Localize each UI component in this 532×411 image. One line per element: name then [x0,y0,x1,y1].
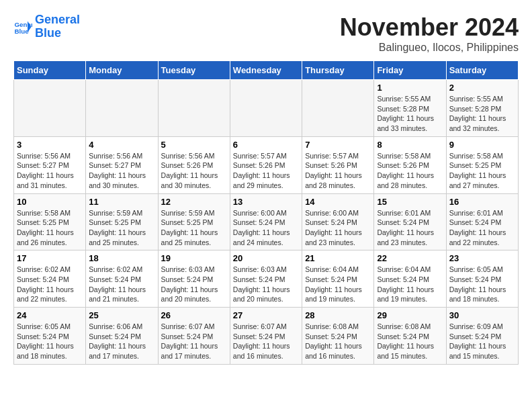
day-info: Sunrise: 6:09 AM Sunset: 5:24 PM Dayligh… [449,322,515,361]
day-number: 3 [17,140,83,150]
calendar-cell: 5Sunrise: 5:56 AM Sunset: 5:26 PM Daylig… [158,136,230,193]
day-number: 15 [377,197,443,207]
day-number: 4 [89,140,154,150]
day-number: 21 [305,253,371,263]
day-info: Sunrise: 6:05 AM Sunset: 5:24 PM Dayligh… [17,322,83,361]
calendar-cell: 3Sunrise: 5:56 AM Sunset: 5:27 PM Daylig… [14,136,86,193]
page-header: General Blue GeneralBlue November 2024 B… [13,13,519,54]
day-number: 7 [305,140,371,150]
day-number: 2 [449,83,515,93]
day-info: Sunrise: 6:06 AM Sunset: 5:24 PM Dayligh… [89,322,154,361]
day-number: 27 [233,310,299,320]
calendar-cell: 16Sunrise: 6:01 AM Sunset: 5:24 PM Dayli… [446,193,518,250]
calendar-cell: 6Sunrise: 5:57 AM Sunset: 5:26 PM Daylig… [230,136,302,193]
calendar-cell: 28Sunrise: 6:08 AM Sunset: 5:24 PM Dayli… [302,308,374,365]
day-number: 14 [305,197,371,207]
day-info: Sunrise: 5:56 AM Sunset: 5:27 PM Dayligh… [17,151,83,191]
calendar-cell: 25Sunrise: 6:06 AM Sunset: 5:24 PM Dayli… [86,308,158,365]
day-number: 22 [377,253,443,263]
weekday-header: Thursday [302,61,374,80]
day-number: 24 [17,310,83,320]
logo-icon: General Blue [13,17,32,36]
calendar-cell: 13Sunrise: 6:00 AM Sunset: 5:24 PM Dayli… [230,193,302,250]
weekday-header: Wednesday [230,61,302,80]
day-info: Sunrise: 6:01 AM Sunset: 5:24 PM Dayligh… [377,208,443,248]
day-info: Sunrise: 6:08 AM Sunset: 5:24 PM Dayligh… [305,322,371,361]
calendar-cell: 23Sunrise: 6:05 AM Sunset: 5:24 PM Dayli… [446,250,518,308]
day-info: Sunrise: 5:58 AM Sunset: 5:26 PM Dayligh… [377,151,443,191]
day-info: Sunrise: 6:04 AM Sunset: 5:24 PM Dayligh… [305,265,371,304]
day-number: 25 [89,310,154,320]
day-number: 19 [161,253,227,263]
day-info: Sunrise: 5:56 AM Sunset: 5:27 PM Dayligh… [89,151,154,191]
day-info: Sunrise: 5:55 AM Sunset: 5:28 PM Dayligh… [449,94,515,134]
weekday-header: Monday [86,61,158,80]
day-number: 11 [89,197,154,207]
calendar-cell: 19Sunrise: 6:03 AM Sunset: 5:24 PM Dayli… [158,250,230,308]
weekday-header: Sunday [14,61,86,80]
svg-text:Blue: Blue [14,28,29,35]
weekday-header-row: SundayMondayTuesdayWednesdayThursdayFrid… [14,61,519,80]
day-number: 16 [449,197,515,207]
calendar-cell: 11Sunrise: 5:59 AM Sunset: 5:25 PM Dayli… [86,193,158,250]
day-number: 29 [377,310,443,320]
calendar-week-row: 3Sunrise: 5:56 AM Sunset: 5:27 PM Daylig… [14,136,519,193]
calendar-cell: 22Sunrise: 6:04 AM Sunset: 5:24 PM Dayli… [374,250,446,308]
calendar-cell: 2Sunrise: 5:55 AM Sunset: 5:28 PM Daylig… [446,80,518,137]
calendar-cell [14,80,86,137]
calendar-cell [302,80,374,137]
day-info: Sunrise: 5:56 AM Sunset: 5:26 PM Dayligh… [161,151,227,191]
calendar-table: SundayMondayTuesdayWednesdayThursdayFrid… [13,60,519,365]
day-number: 18 [89,253,154,263]
calendar-cell: 4Sunrise: 5:56 AM Sunset: 5:27 PM Daylig… [86,136,158,193]
weekday-header: Saturday [446,61,518,80]
day-number: 12 [161,197,227,207]
day-info: Sunrise: 6:00 AM Sunset: 5:24 PM Dayligh… [233,208,299,248]
month-title: November 2024 [340,13,519,42]
day-info: Sunrise: 6:05 AM Sunset: 5:24 PM Dayligh… [449,265,515,304]
calendar-week-row: 1Sunrise: 5:55 AM Sunset: 5:28 PM Daylig… [14,80,519,137]
calendar-cell: 20Sunrise: 6:03 AM Sunset: 5:24 PM Dayli… [230,250,302,308]
calendar-cell: 24Sunrise: 6:05 AM Sunset: 5:24 PM Dayli… [14,308,86,365]
day-info: Sunrise: 5:58 AM Sunset: 5:25 PM Dayligh… [17,208,83,248]
logo: General Blue GeneralBlue [13,13,80,40]
calendar-cell: 15Sunrise: 6:01 AM Sunset: 5:24 PM Dayli… [374,193,446,250]
day-number: 20 [233,253,299,263]
location-title: Balingueo, Ilocos, Philippines [340,42,519,54]
calendar-cell: 26Sunrise: 6:07 AM Sunset: 5:24 PM Dayli… [158,308,230,365]
calendar-cell: 18Sunrise: 6:02 AM Sunset: 5:24 PM Dayli… [86,250,158,308]
weekday-header: Friday [374,61,446,80]
day-info: Sunrise: 6:03 AM Sunset: 5:24 PM Dayligh… [161,265,227,304]
day-info: Sunrise: 6:02 AM Sunset: 5:24 PM Dayligh… [17,265,83,304]
title-area: November 2024 Balingueo, Ilocos, Philipp… [340,13,519,54]
day-number: 9 [449,140,515,150]
day-info: Sunrise: 6:01 AM Sunset: 5:24 PM Dayligh… [449,208,515,248]
calendar-cell: 27Sunrise: 6:07 AM Sunset: 5:24 PM Dayli… [230,308,302,365]
calendar-cell: 17Sunrise: 6:02 AM Sunset: 5:24 PM Dayli… [14,250,86,308]
calendar-cell: 21Sunrise: 6:04 AM Sunset: 5:24 PM Dayli… [302,250,374,308]
calendar-cell: 14Sunrise: 6:00 AM Sunset: 5:24 PM Dayli… [302,193,374,250]
day-info: Sunrise: 5:55 AM Sunset: 5:28 PM Dayligh… [377,94,443,134]
day-number: 13 [233,197,299,207]
calendar-cell: 9Sunrise: 5:58 AM Sunset: 5:25 PM Daylig… [446,136,518,193]
day-info: Sunrise: 6:08 AM Sunset: 5:24 PM Dayligh… [377,322,443,361]
calendar-week-row: 17Sunrise: 6:02 AM Sunset: 5:24 PM Dayli… [14,250,519,308]
calendar-cell: 10Sunrise: 5:58 AM Sunset: 5:25 PM Dayli… [14,193,86,250]
calendar-cell: 8Sunrise: 5:58 AM Sunset: 5:26 PM Daylig… [374,136,446,193]
day-info: Sunrise: 5:59 AM Sunset: 5:25 PM Dayligh… [161,208,227,248]
day-number: 30 [449,310,515,320]
calendar-cell: 12Sunrise: 5:59 AM Sunset: 5:25 PM Dayli… [158,193,230,250]
day-info: Sunrise: 5:58 AM Sunset: 5:25 PM Dayligh… [449,151,515,191]
calendar-cell [158,80,230,137]
day-number: 8 [377,140,443,150]
calendar-cell [86,80,158,137]
day-number: 23 [449,253,515,263]
day-number: 17 [17,253,83,263]
calendar-cell: 7Sunrise: 5:57 AM Sunset: 5:26 PM Daylig… [302,136,374,193]
logo-text: GeneralBlue [35,13,80,40]
day-info: Sunrise: 5:59 AM Sunset: 5:25 PM Dayligh… [89,208,154,248]
day-info: Sunrise: 5:57 AM Sunset: 5:26 PM Dayligh… [305,151,371,191]
day-number: 26 [161,310,227,320]
weekday-header: Tuesday [158,61,230,80]
day-number: 28 [305,310,371,320]
